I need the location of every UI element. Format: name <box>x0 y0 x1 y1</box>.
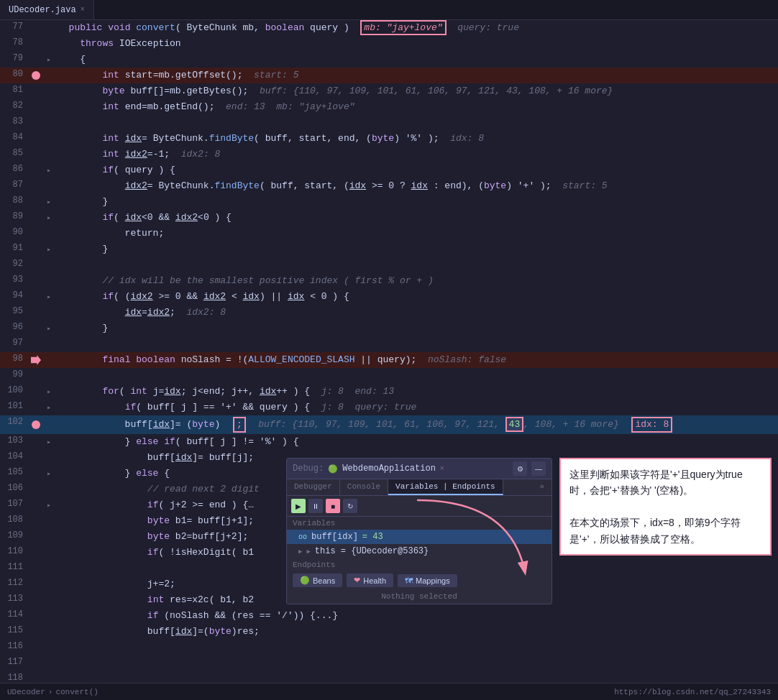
fold-column[interactable] <box>43 273 55 289</box>
breakpoint-column[interactable] <box>29 20 43 36</box>
breakpoint-column[interactable] <box>29 321 43 336</box>
fold-column[interactable] <box>43 68 55 83</box>
breakpoint-column[interactable] <box>29 289 43 305</box>
fold-column[interactable] <box>43 640 55 655</box>
fold-column[interactable] <box>43 450 55 466</box>
breakpoint-column[interactable] <box>29 210 43 226</box>
fold-column[interactable]: ▸ <box>43 434 55 450</box>
fold-column[interactable] <box>43 561 55 576</box>
fold-column[interactable] <box>43 352 55 368</box>
fold-column[interactable] <box>43 415 55 434</box>
fold-column[interactable]: ▸ <box>43 162 55 178</box>
code-content: } <box>55 194 778 210</box>
tab-debugger[interactable]: Debugger <box>287 479 340 495</box>
fold-column[interactable] <box>43 671 55 683</box>
fold-column[interactable]: ▸ <box>43 52 55 68</box>
fold-column[interactable] <box>43 545 55 561</box>
breakpoint-column[interactable] <box>29 434 43 450</box>
fold-column[interactable] <box>43 336 55 352</box>
breakpoint-column[interactable] <box>29 226 43 241</box>
debug-refresh-button[interactable]: ↻ <box>343 499 357 513</box>
file-tab[interactable]: UDecoder.java × <box>0 0 94 19</box>
breakpoint-column[interactable] <box>29 368 43 384</box>
fold-column[interactable] <box>43 226 55 241</box>
breakpoint-column[interactable] <box>29 83 43 99</box>
fold-column[interactable]: ▸ <box>43 289 55 305</box>
breakpoint-column[interactable] <box>29 352 43 368</box>
fold-column[interactable]: ▸ <box>43 321 55 336</box>
breakpoint-column[interactable] <box>29 466 43 482</box>
fold-column[interactable] <box>43 131 55 147</box>
fold-column[interactable]: ▸ <box>43 194 55 210</box>
breakpoint-column[interactable] <box>29 115 43 131</box>
breakpoint-column[interactable] <box>29 241 43 257</box>
breakpoint-column[interactable] <box>29 513 43 529</box>
beans-button[interactable]: 🟢 Beans <box>293 574 342 587</box>
debug-minimize-button[interactable]: — <box>531 461 546 476</box>
breakpoint-column[interactable] <box>29 576 43 592</box>
fold-column[interactable] <box>43 624 55 640</box>
code-content: public void convert( ByteChunk mb, boole… <box>55 20 778 36</box>
debug-pause-button[interactable]: ⏸ <box>308 499 323 513</box>
breakpoint-column[interactable] <box>29 561 43 576</box>
debug-settings-button[interactable]: ⚙ <box>513 461 527 476</box>
fold-column[interactable] <box>43 592 55 608</box>
fold-column[interactable] <box>43 99 55 115</box>
tab-close-icon[interactable]: × <box>81 6 85 14</box>
breakpoint-column[interactable] <box>29 68 43 83</box>
breakpoint-column[interactable] <box>29 497 43 513</box>
fold-column[interactable] <box>43 305 55 321</box>
breakpoint-column[interactable] <box>29 147 43 162</box>
breakpoint-column[interactable] <box>29 608 43 624</box>
fold-column[interactable]: ▸ <box>43 384 55 400</box>
fold-column[interactable]: ▸ <box>43 466 55 482</box>
fold-column[interactable] <box>43 178 55 194</box>
fold-column[interactable] <box>43 576 55 592</box>
breakpoint-column[interactable] <box>29 336 43 352</box>
breakpoint-column[interactable] <box>29 450 43 466</box>
line-number: 81 <box>0 83 29 99</box>
fold-column[interactable] <box>43 83 55 99</box>
breakpoint-column[interactable] <box>29 36 43 52</box>
breakpoint-column[interactable] <box>29 162 43 178</box>
fold-column[interactable]: ▸ <box>43 210 55 226</box>
code-line: 98 final boolean noSlash = !(ALLOW_ENCOD… <box>0 352 778 368</box>
breakpoint-column[interactable] <box>29 640 43 655</box>
breakpoint-column[interactable] <box>29 99 43 115</box>
breakpoint-column[interactable] <box>29 257 43 273</box>
breakpoint-column[interactable] <box>29 545 43 561</box>
breakpoint-column[interactable] <box>29 482 43 497</box>
breakpoint-column[interactable] <box>29 178 43 194</box>
fold-column[interactable] <box>43 36 55 52</box>
breakpoint-column[interactable] <box>29 592 43 608</box>
breakpoint-column[interactable] <box>29 131 43 147</box>
breakpoint-column[interactable] <box>29 52 43 68</box>
fold-column[interactable] <box>43 115 55 131</box>
fold-column[interactable] <box>43 147 55 162</box>
line-number: 91 <box>0 241 29 257</box>
fold-column[interactable]: ▸ <box>43 241 55 257</box>
fold-column[interactable] <box>43 20 55 36</box>
breakpoint-column[interactable] <box>29 671 43 683</box>
fold-column[interactable] <box>43 368 55 384</box>
breakpoint-column[interactable] <box>29 415 43 434</box>
breakpoint-column[interactable] <box>29 624 43 640</box>
fold-column[interactable] <box>43 608 55 624</box>
breakpoint-column[interactable] <box>29 400 43 415</box>
breakpoint-column[interactable] <box>29 384 43 400</box>
fold-column[interactable] <box>43 655 55 671</box>
debug-stop-button[interactable]: ■ <box>326 499 340 513</box>
breakpoint-column[interactable] <box>29 305 43 321</box>
code-line: 100▸ for( int j=idx; j<end; j++, idx++ )… <box>0 384 778 400</box>
breakpoint-column[interactable] <box>29 273 43 289</box>
fold-column[interactable] <box>43 529 55 545</box>
fold-column[interactable] <box>43 482 55 497</box>
fold-column[interactable] <box>43 257 55 273</box>
fold-column[interactable] <box>43 513 55 529</box>
fold-column[interactable]: ▸ <box>43 400 55 415</box>
breakpoint-column[interactable] <box>29 194 43 210</box>
breakpoint-column[interactable] <box>29 529 43 545</box>
debug-resume-button[interactable]: ▶ <box>291 499 306 513</box>
breakpoint-column[interactable] <box>29 655 43 671</box>
fold-column[interactable]: ▸ <box>43 497 55 513</box>
